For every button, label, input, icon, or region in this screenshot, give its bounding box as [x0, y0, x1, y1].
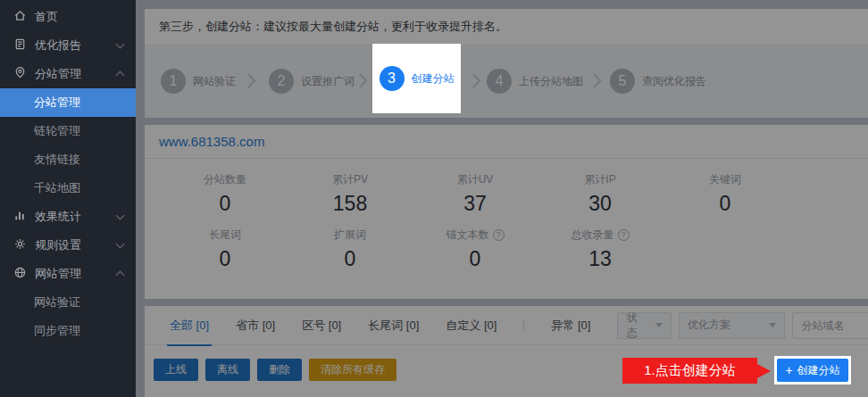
sidebar-subitem-linkwheel[interactable]: 链轮管理	[0, 117, 136, 145]
plus-icon: +	[785, 364, 792, 376]
sidebar-item-website[interactable]: 网站管理	[0, 260, 136, 288]
sidebar-subitem-substation-manage[interactable]: 分站管理	[0, 88, 136, 117]
app-window: 首页 优化报告 分站管理 分站管理 链轮管理 友情链接 千站地图 效果统计 规则…	[0, 0, 868, 397]
sidebar-item-substation[interactable]: 分站管理	[0, 60, 136, 88]
sidebar-subitem-label: 链轮管理	[34, 123, 80, 139]
report-icon	[13, 37, 27, 54]
chevron-down-icon	[116, 240, 125, 249]
sidebar-item-label: 分站管理	[35, 66, 81, 82]
sidebar-item-label: 优化报告	[35, 37, 81, 54]
settings-icon	[13, 237, 27, 253]
step-3-spotlight: 3 创建分站	[372, 44, 461, 113]
create-substation-label: 创建分站	[797, 363, 840, 378]
sidebar-subitem-friendlinks[interactable]: 友情链接	[0, 145, 136, 174]
stats-icon	[13, 209, 27, 225]
sidebar-subitem-sync-manage[interactable]: 同步管理	[0, 317, 136, 345]
sidebar-item-home[interactable]: 首页	[0, 3, 136, 31]
step-3-label: 创建分站	[412, 71, 455, 87]
sidebar-item-rules[interactable]: 规则设置	[0, 231, 136, 260]
chevron-up-icon	[116, 71, 125, 80]
home-icon	[13, 9, 27, 25]
create-substation-button[interactable]: + 创建分站	[777, 359, 848, 382]
sidebar-subitem-sitemap[interactable]: 千站地图	[0, 174, 136, 203]
sidebar-subitem-label: 分站管理	[34, 95, 80, 111]
location-icon	[13, 66, 27, 82]
tutorial-callout-text: 1.点击创建分站	[644, 362, 736, 379]
chevron-down-icon	[116, 40, 125, 49]
main-content: 第三步，创建分站：建议按最大量创建分站，更利于收录提升排名。 1 网站验证 2 …	[136, 0, 868, 397]
sidebar: 首页 优化报告 分站管理 分站管理 链轮管理 友情链接 千站地图 效果统计 规则…	[0, 0, 136, 397]
dim-overlay	[136, 0, 868, 397]
sidebar-subitem-label: 友情链接	[34, 152, 80, 168]
tutorial-callout: 1.点击创建分站	[622, 358, 757, 384]
create-substation-highlight: + 创建分站	[774, 356, 851, 385]
sidebar-subitem-label: 千站地图	[34, 180, 80, 196]
sidebar-subitem-label: 网站验证	[34, 294, 80, 310]
sidebar-subitem-label: 同步管理	[34, 323, 80, 339]
sidebar-item-label: 网站管理	[35, 266, 81, 282]
sidebar-item-report[interactable]: 优化报告	[0, 31, 136, 60]
sidebar-item-effect-stats[interactable]: 效果统计	[0, 203, 136, 231]
sidebar-subitem-site-verify[interactable]: 网站验证	[0, 288, 136, 317]
sidebar-item-label: 首页	[35, 9, 58, 25]
sidebar-item-label: 效果统计	[35, 209, 81, 225]
chevron-up-icon	[116, 271, 125, 280]
site-icon	[13, 266, 27, 282]
step-3-number: 3	[380, 66, 405, 91]
chevron-down-icon	[116, 211, 125, 220]
sidebar-item-label: 规则设置	[35, 237, 81, 253]
